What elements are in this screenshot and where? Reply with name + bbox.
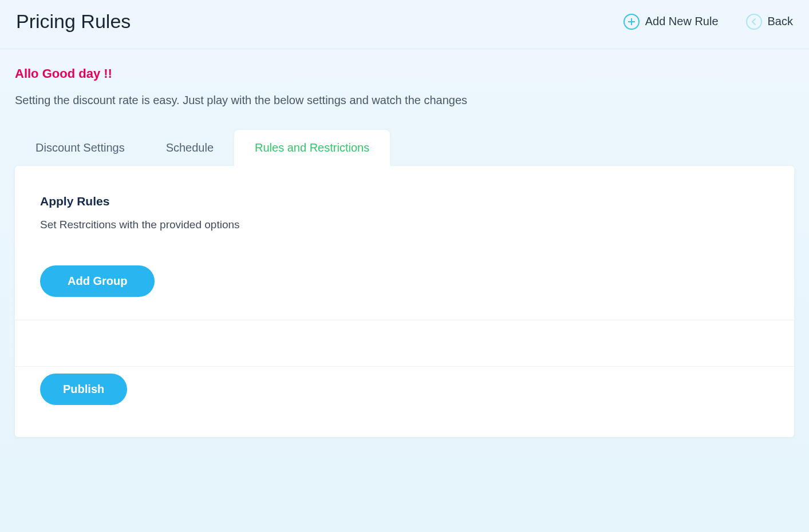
section-description: Set Restrcitions with the provided optio… [40,219,769,231]
back-label: Back [768,15,793,28]
add-new-rule-label: Add New Rule [645,15,719,28]
publish-button[interactable]: Publish [40,374,127,405]
plus-circle-icon [623,14,640,30]
chevron-left-icon [746,14,762,30]
page-header: Pricing Rules Add New Rule Back [0,0,809,49]
publish-section: Publish [15,366,794,437]
add-new-rule-button[interactable]: Add New Rule [623,14,719,30]
header-actions: Add New Rule Back [623,14,793,30]
section-title: Apply Rules [40,194,769,208]
apply-rules-section: Apply Rules Set Restrcitions with the pr… [15,166,794,320]
intro-greeting: Allo Good day !! [15,66,794,81]
spacer [15,320,794,366]
content-panel: Apply Rules Set Restrcitions with the pr… [15,166,794,437]
tab-schedule[interactable]: Schedule [145,130,234,166]
intro-description: Setting the discount rate is easy. Just … [15,94,794,107]
add-group-button[interactable]: Add Group [40,265,155,297]
tab-discount-settings[interactable]: Discount Settings [15,130,145,166]
tabs: Discount Settings Schedule Rules and Res… [15,130,794,166]
tabs-container: Discount Settings Schedule Rules and Res… [0,130,809,166]
tab-rules-restrictions[interactable]: Rules and Restrictions [234,130,390,166]
intro-section: Allo Good day !! Setting the discount ra… [0,49,809,130]
page-title: Pricing Rules [16,10,131,33]
back-button[interactable]: Back [746,14,793,30]
